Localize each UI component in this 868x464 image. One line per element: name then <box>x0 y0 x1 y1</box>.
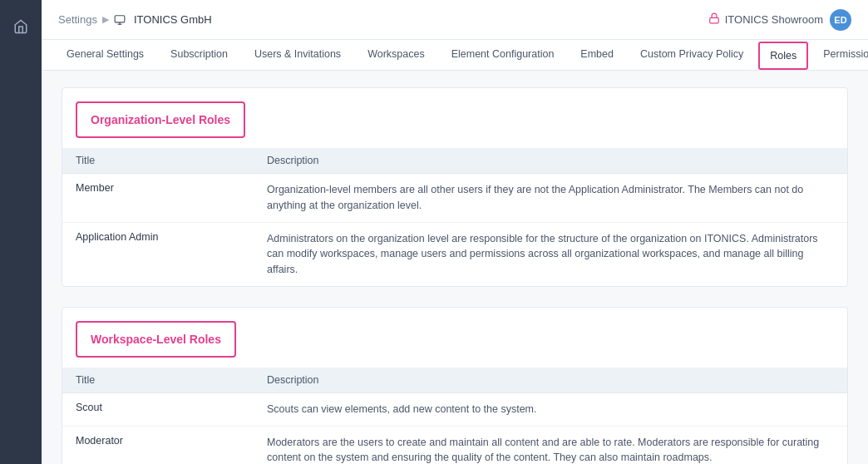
tab-subscription[interactable]: Subscription <box>159 40 239 70</box>
role-description: Administrators on the organization level… <box>254 222 847 286</box>
role-title: Application Admin <box>62 222 254 286</box>
tab-roles[interactable]: Roles <box>758 42 808 70</box>
table-row: Member Organization-level members are al… <box>62 174 847 223</box>
ws-col-title: Title <box>62 368 254 393</box>
tab-element-config[interactable]: Element Configuration <box>440 40 566 70</box>
breadcrumb-separator: ▶ <box>102 14 109 25</box>
workspace-roles-table: Title Description Scout Scouts can view … <box>62 368 847 464</box>
org-col-title: Title <box>62 148 254 174</box>
role-description: Organization-level members are all other… <box>254 174 847 223</box>
org-roles-section: Organization-Level Roles Title Descripti… <box>62 87 848 287</box>
tab-workspaces[interactable]: Workspaces <box>356 40 436 70</box>
main-panel: Settings ▶ ITONICS GmbH ITONICS <box>42 0 868 464</box>
breadcrumb-company-icon <box>114 14 126 26</box>
sidebar <box>0 0 42 464</box>
breadcrumb: Settings ▶ ITONICS GmbH <box>58 13 212 26</box>
svg-rect-0 <box>115 15 125 22</box>
content-area: Organization-Level Roles Title Descripti… <box>42 71 868 464</box>
sidebar-home-button[interactable] <box>7 13 34 40</box>
svg-rect-3 <box>710 17 719 22</box>
org-roles-title: Organization-Level Roles <box>76 101 245 138</box>
tab-users[interactable]: Users & Invitations <box>243 40 353 70</box>
org-table-header-row: Title Description <box>62 148 847 174</box>
ws-table-header-row: Title Description <box>62 368 847 393</box>
user-info: ITONICS Showroom <box>708 12 823 27</box>
table-row: Moderator Moderators are the users to cr… <box>62 426 847 464</box>
nav-tabs: General Settings Subscription Users & In… <box>42 40 868 71</box>
ws-col-desc: Description <box>254 368 847 393</box>
topbar: Settings ▶ ITONICS GmbH ITONICS <box>42 0 868 40</box>
user-lock-icon <box>708 12 720 27</box>
table-row: Application Admin Administrators on the … <box>62 222 847 286</box>
breadcrumb-settings[interactable]: Settings <box>58 13 97 26</box>
role-title: Moderator <box>62 426 254 464</box>
tab-general[interactable]: General Settings <box>55 40 155 70</box>
role-title: Scout <box>62 392 254 426</box>
tab-embed[interactable]: Embed <box>569 40 625 70</box>
tab-permissions[interactable]: Permissions <box>811 40 868 70</box>
org-col-desc: Description <box>254 148 847 174</box>
workspace-roles-title: Workspace-Level Roles <box>76 321 236 358</box>
role-title: Member <box>62 174 254 223</box>
role-description: Moderators are the users to create and m… <box>254 426 847 464</box>
topbar-right: ITONICS Showroom ED <box>708 9 851 31</box>
table-row: Scout Scouts can view elements, add new … <box>62 392 847 426</box>
role-description: Scouts can view elements, add new conten… <box>254 392 847 426</box>
user-label: ITONICS Showroom <box>725 13 823 26</box>
breadcrumb-company-name: ITONICS GmbH <box>134 13 212 26</box>
tab-privacy[interactable]: Custom Privacy Policy <box>629 40 755 70</box>
avatar[interactable]: ED <box>830 9 851 31</box>
org-roles-table: Title Description Member Organization-le… <box>62 148 847 286</box>
workspace-roles-section: Workspace-Level Roles Title Description … <box>62 307 848 464</box>
